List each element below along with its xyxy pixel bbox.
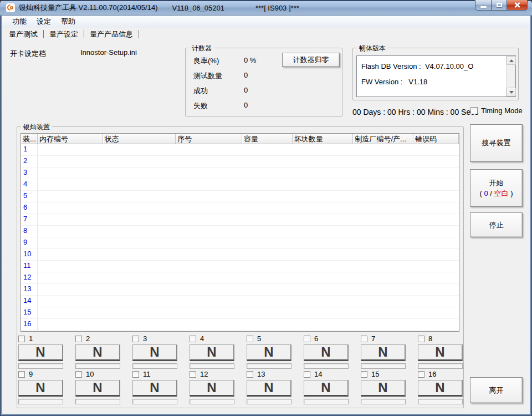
port-unit-9: 9N	[18, 370, 63, 404]
close-button[interactable]	[507, 0, 528, 11]
table-row[interactable]: 2	[21, 156, 459, 168]
table-cell	[413, 168, 459, 179]
tab-bar: 量产测试量产设定量产产品信息	[2, 28, 530, 40]
column-header-3[interactable]: 状态	[103, 134, 176, 144]
table-cell	[103, 191, 176, 202]
elapsed-time: 00 Days : 00 Hrs : 00 Mins : 00 Secs	[352, 108, 478, 116]
column-header-7[interactable]: 制造厂编号/产...	[353, 134, 413, 144]
tab-2[interactable]: 量产设定	[49, 30, 84, 38]
table-cell	[38, 272, 103, 283]
port-checkbox-row: 14	[304, 370, 349, 378]
port-checkbox-14[interactable]	[304, 371, 310, 378]
table-row[interactable]: 1	[21, 144, 459, 156]
port-progress-bar	[190, 363, 234, 369]
column-header-2[interactable]: 内存编号	[38, 134, 103, 144]
firmware-listbox[interactable]: Flash DB Version : V4.07.10.00_OFW Versi…	[356, 55, 516, 97]
port-checkbox-4[interactable]	[190, 336, 196, 342]
table-cell	[293, 179, 354, 190]
table-cell	[293, 249, 354, 260]
table-cell	[353, 284, 413, 295]
column-header-8[interactable]: 错误码	[413, 134, 459, 144]
port-checkbox-9[interactable]	[18, 371, 25, 378]
row-number: 9	[21, 237, 38, 248]
port-number: 2	[86, 334, 90, 343]
port-status-display: N	[132, 344, 177, 361]
table-row[interactable]: 12	[21, 272, 459, 284]
app-window: 银灿科技量产工具 V2.11.00.70(2014/05/14) V118_06…	[0, 0, 532, 416]
port-checkbox-row: 1	[18, 334, 63, 343]
table-row[interactable]: 4	[21, 179, 459, 191]
table-cell	[242, 272, 293, 283]
port-number: 5	[257, 334, 261, 343]
column-header-1[interactable]: 装...	[21, 134, 38, 144]
menu-item-3[interactable]: 帮助	[56, 16, 80, 28]
start-button[interactable]: 开始 ( 0 / 空白 )	[470, 169, 523, 207]
table-cell	[242, 156, 293, 167]
timing-mode-checkbox[interactable]	[470, 107, 478, 114]
table-row[interactable]: 14	[21, 296, 459, 307]
table-row[interactable]: 10	[21, 249, 459, 261]
row-number: 5	[21, 191, 38, 202]
table-row[interactable]: 3	[21, 168, 459, 179]
exit-button[interactable]: 离开	[470, 377, 523, 403]
port-checkbox-1[interactable]	[18, 336, 25, 342]
firmware-line: FW Version : V1.18	[361, 74, 503, 90]
port-checkbox-7[interactable]	[361, 336, 367, 342]
title-bar[interactable]: 银灿科技量产工具 V2.11.00.70(2014/05/14) V118_06…	[0, 0, 532, 16]
port-checkbox-8[interactable]	[418, 336, 424, 342]
column-header-5[interactable]: 容量	[242, 134, 293, 144]
port-number: 3	[143, 334, 147, 343]
menu-item-2[interactable]: 设定	[32, 16, 56, 28]
port-number: 6	[314, 334, 318, 343]
table-row[interactable]: 16	[21, 319, 459, 331]
port-checkbox-10[interactable]	[75, 371, 82, 378]
menu-item-1[interactable]: 功能	[7, 16, 32, 28]
search-devices-button[interactable]: 搜寻装置	[470, 124, 523, 162]
table-row[interactable]: 9	[21, 237, 459, 249]
counter-reset-button[interactable]: 计数器归零	[282, 53, 340, 67]
window-title-build: V118_06_05201	[172, 4, 224, 12]
scroll-up-button[interactable]	[507, 56, 516, 65]
port-checkbox-2[interactable]	[75, 336, 82, 342]
table-cell	[242, 191, 293, 202]
stop-button[interactable]: 停止	[470, 212, 523, 237]
table-row[interactable]: 6	[21, 202, 459, 214]
port-number: 7	[371, 334, 375, 343]
column-header-4[interactable]: 序号	[176, 134, 242, 144]
port-checkbox-13[interactable]	[247, 371, 253, 378]
minimize-button[interactable]	[475, 0, 492, 11]
table-row[interactable]: 8	[21, 226, 459, 237]
port-status-display: N	[304, 344, 349, 361]
table-cell	[413, 144, 459, 155]
port-checkbox-11[interactable]	[132, 371, 139, 378]
config-file-label: 开卡设定档	[10, 49, 46, 59]
table-cell	[353, 168, 413, 179]
table-cell	[38, 179, 103, 190]
firmware-scrollbar[interactable]	[506, 56, 515, 97]
scroll-down-button[interactable]	[507, 88, 516, 97]
table-row[interactable]: 11	[21, 261, 459, 272]
table-row[interactable]: 13	[21, 284, 459, 296]
table-row[interactable]: 7	[21, 214, 459, 226]
port-status-display: N	[190, 344, 234, 361]
port-checkbox-16[interactable]	[418, 371, 424, 378]
column-header-6[interactable]: 坏块数量	[293, 134, 354, 144]
tab-3[interactable]: 量产产品信息	[90, 30, 139, 38]
table-cell	[38, 168, 103, 179]
maximize-button[interactable]	[492, 0, 507, 11]
table-cell	[293, 261, 354, 272]
tab-1[interactable]: 量产测试	[9, 30, 44, 38]
port-checkbox-5[interactable]	[247, 336, 253, 342]
table-cell	[38, 319, 103, 330]
port-checkbox-12[interactable]	[190, 371, 196, 378]
port-checkbox-15[interactable]	[361, 371, 367, 378]
port-number: 10	[86, 370, 94, 378]
port-checkbox-3[interactable]	[132, 336, 139, 342]
port-checkbox-6[interactable]	[304, 336, 310, 342]
table-row[interactable]: 15	[21, 307, 459, 319]
port-number: 14	[314, 370, 322, 378]
table-row[interactable]: 5	[21, 191, 459, 202]
port-unit-12: 12N	[190, 370, 234, 404]
row-number: 3	[21, 168, 38, 179]
port-number: 15	[371, 370, 379, 378]
